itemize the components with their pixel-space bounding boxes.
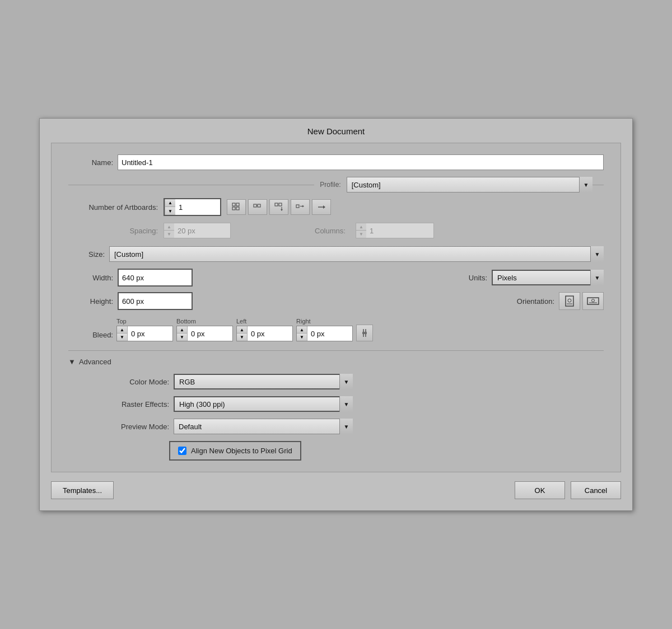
templates-button[interactable]: Templates... xyxy=(51,481,114,499)
spacing-columns-row: Spacing: ▲ ▼ Columns: ▲ ▼ xyxy=(68,223,604,238)
bleed-top-input[interactable] xyxy=(128,326,172,341)
columns-up-btn: ▲ xyxy=(356,223,366,231)
bleed-link-btn[interactable] xyxy=(356,325,373,341)
footer-right: OK Cancel xyxy=(515,481,621,499)
layout-arrow-btn[interactable] xyxy=(312,199,331,215)
bleed-section: Bleed: Top ▲ ▼ Bottom ▲ xyxy=(68,318,604,341)
layout-arrange-btn[interactable] xyxy=(291,199,310,215)
bleed-bottom-input[interactable] xyxy=(188,326,232,341)
height-spinner xyxy=(118,292,193,310)
portrait-btn[interactable] xyxy=(559,292,580,310)
units-label: Units: xyxy=(469,274,487,282)
bleed-top-up-btn[interactable]: ▲ xyxy=(117,326,127,334)
svg-marker-13 xyxy=(302,205,304,208)
orientation-label: Orientation: xyxy=(517,297,554,306)
size-select-wrap: [Custom] Letter A4 ▼ xyxy=(109,246,604,262)
advanced-arrow-icon: ▼ xyxy=(68,358,76,366)
grid-icon xyxy=(232,203,241,212)
dialog-footer: Templates... OK Cancel xyxy=(40,472,632,499)
color-mode-select-wrap: RGB CMYK Grayscale ▼ xyxy=(174,374,353,389)
columns-down-btn: ▼ xyxy=(356,231,366,238)
artboards-arrows: ▲ ▼ xyxy=(165,199,175,215)
bleed-row: Bleed: Top ▲ ▼ Bottom ▲ xyxy=(68,318,604,341)
preview-mode-row: Preview Mode: Default Pixel Overprint ▼ xyxy=(68,419,604,434)
bleed-left-arrows: ▲ ▼ xyxy=(237,326,248,341)
bleed-right-label: Right xyxy=(296,318,311,325)
pixel-grid-label: Align New Objects to Pixel Grid xyxy=(191,447,292,455)
col-icon xyxy=(274,203,283,212)
preview-mode-select[interactable]: Default Pixel Overprint xyxy=(174,419,353,434)
bleed-left-down-btn[interactable]: ▼ xyxy=(237,334,247,341)
size-select[interactable]: [Custom] Letter A4 xyxy=(109,246,604,262)
artboards-spinner: ▲ ▼ xyxy=(164,198,221,216)
bleed-bottom-col: Bottom ▲ ▼ xyxy=(176,318,233,341)
color-mode-row: Color Mode: RGB CMYK Grayscale ▼ xyxy=(68,374,604,389)
columns-arrows: ▲ ▼ xyxy=(356,223,366,238)
raster-effects-label: Raster Effects: xyxy=(68,400,169,409)
color-mode-label: Color Mode: xyxy=(68,378,169,386)
cancel-button[interactable]: Cancel xyxy=(571,481,621,499)
artboards-input[interactable] xyxy=(175,199,220,215)
artboards-down-btn[interactable]: ▼ xyxy=(165,207,175,215)
height-input[interactable] xyxy=(119,293,192,309)
bleed-top-down-btn[interactable]: ▼ xyxy=(117,334,127,341)
bleed-right-spinner: ▲ ▼ xyxy=(296,326,353,341)
raster-effects-select[interactable]: High (300 ppi) Medium (150 ppi) Low (72 … xyxy=(174,396,353,412)
ok-button[interactable]: OK xyxy=(515,481,565,499)
artboards-up-btn[interactable]: ▲ xyxy=(165,199,175,207)
bleed-left-spinner: ▲ ▼ xyxy=(236,326,293,341)
arrow-right-icon xyxy=(317,203,326,212)
bleed-left-label: Left xyxy=(236,318,246,325)
dialog-title: New Document xyxy=(40,119,632,143)
advanced-toggle[interactable]: ▼ Advanced xyxy=(68,358,604,366)
portrait-icon xyxy=(564,295,575,307)
bleed-top-arrows: ▲ ▼ xyxy=(117,326,128,341)
layout-row-btn[interactable] xyxy=(248,199,267,215)
divider-right xyxy=(592,185,604,185)
preview-mode-select-wrap: Default Pixel Overprint ▼ xyxy=(174,419,353,434)
svg-rect-16 xyxy=(566,296,573,306)
bleed-bottom-down-btn[interactable]: ▼ xyxy=(177,334,187,341)
color-mode-select[interactable]: RGB CMYK Grayscale xyxy=(174,374,353,389)
bleed-right-input[interactable] xyxy=(307,326,352,341)
svg-rect-7 xyxy=(275,203,278,206)
svg-rect-19 xyxy=(587,298,599,304)
bleed-bottom-label: Bottom xyxy=(176,318,196,325)
dialog-body: Name: Profile: [Custom] Print Web Mobile… xyxy=(51,143,621,472)
bleed-right-up-btn[interactable]: ▲ xyxy=(297,326,307,334)
name-row: Name: xyxy=(68,154,604,170)
name-input[interactable] xyxy=(118,154,604,170)
bleed-left-up-btn[interactable]: ▲ xyxy=(237,326,247,334)
artboard-layout-buttons xyxy=(227,199,331,215)
width-input[interactable] xyxy=(119,270,192,285)
profile-select[interactable]: [Custom] Print Web Mobile xyxy=(347,177,592,193)
width-label: Width: xyxy=(68,274,113,282)
pixel-grid-checkbox[interactable] xyxy=(178,447,186,455)
layout-col-btn[interactable] xyxy=(269,199,288,215)
preview-mode-label: Preview Mode: xyxy=(68,423,169,431)
bleed-bottom-arrows: ▲ ▼ xyxy=(177,326,188,341)
profile-divider-row: Profile: [Custom] Print Web Mobile ▼ xyxy=(68,177,604,193)
landscape-btn[interactable] xyxy=(582,292,604,310)
arrange-icon xyxy=(296,203,305,212)
bleed-left-input[interactable] xyxy=(248,326,292,341)
units-select[interactable]: Pixels Points Inches Millimeters xyxy=(492,270,604,285)
svg-rect-5 xyxy=(258,204,260,207)
height-label: Height: xyxy=(68,297,113,306)
new-document-dialog: New Document Name: Profile: [Custom] Pri… xyxy=(39,118,633,511)
width-spinner xyxy=(118,269,193,287)
svg-rect-1 xyxy=(236,203,239,206)
layout-grid-btn[interactable] xyxy=(227,199,246,215)
divider-left xyxy=(68,185,314,185)
name-label: Name: xyxy=(68,158,113,167)
link-icon xyxy=(360,328,369,338)
size-label: Size: xyxy=(68,250,105,259)
bleed-right-down-btn[interactable]: ▼ xyxy=(297,334,307,341)
bleed-bottom-up-btn[interactable]: ▲ xyxy=(177,326,187,334)
svg-rect-3 xyxy=(236,207,239,210)
profile-label: Profile: xyxy=(314,181,346,189)
bleed-right-arrows: ▲ ▼ xyxy=(297,326,307,341)
spacing-down-btn: ▼ xyxy=(164,231,174,238)
raster-effects-row: Raster Effects: High (300 ppi) Medium (1… xyxy=(68,396,604,412)
svg-rect-11 xyxy=(296,205,299,208)
